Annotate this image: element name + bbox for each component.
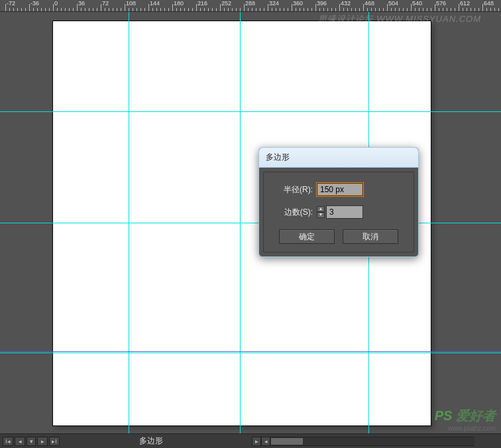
guide-horizontal[interactable] [0, 223, 501, 223]
horizontal-scrollbar: ▸ ◂ [252, 437, 474, 446]
guide-horizontal[interactable] [0, 353, 501, 353]
prev-page-icon[interactable]: ◂ [15, 437, 25, 446]
radius-field-row: 半径(R): [273, 183, 404, 196]
scroll-track[interactable] [270, 437, 474, 446]
artboard-pager: I◂ ◂ ▾ ▸ ▸I [0, 437, 60, 446]
sides-label: 边数(S): [273, 207, 313, 218]
path-line[interactable] [0, 351, 501, 352]
dialog-button-row: 确定 取消 [273, 229, 404, 244]
horizontal-ruler: -72-360367210814418021625228832436039643… [0, 0, 501, 12]
guide-horizontal[interactable] [0, 111, 501, 112]
sides-field-row: 边数(S): ▲ ▼ [273, 205, 404, 219]
sides-input[interactable] [326, 205, 363, 219]
ok-button[interactable]: 确定 [279, 229, 335, 244]
dialog-title: 多边形 [259, 148, 418, 168]
canvas-area[interactable] [0, 12, 501, 433]
spinner-down-icon[interactable]: ▼ [317, 212, 325, 218]
sides-spinner: ▲ ▼ [317, 206, 325, 218]
scroll-left2-icon[interactable]: ◂ [261, 437, 270, 446]
polygon-dialog: 多边形 半径(R): 边数(S): ▲ ▼ 确定 取消 [258, 147, 419, 257]
radius-input[interactable] [317, 183, 363, 196]
cancel-button[interactable]: 取消 [343, 229, 398, 244]
status-bar: I◂ ◂ ▾ ▸ ▸I 多边形 ▸ ◂ [0, 433, 501, 448]
first-page-icon[interactable]: I◂ [3, 437, 13, 446]
last-page-icon[interactable]: ▸I [49, 437, 60, 446]
scroll-thumb[interactable] [270, 437, 304, 445]
radius-label: 半径(R): [273, 184, 313, 196]
scroll-left-icon[interactable]: ▸ [252, 437, 261, 446]
artboard-tab-label[interactable]: 多边形 [139, 435, 163, 447]
next-page-icon[interactable]: ▸ [37, 437, 48, 446]
spinner-up-icon[interactable]: ▲ [317, 206, 325, 212]
dialog-body: 半径(R): 边数(S): ▲ ▼ 确定 取消 [263, 172, 414, 252]
page-dropdown-icon[interactable]: ▾ [27, 437, 36, 446]
